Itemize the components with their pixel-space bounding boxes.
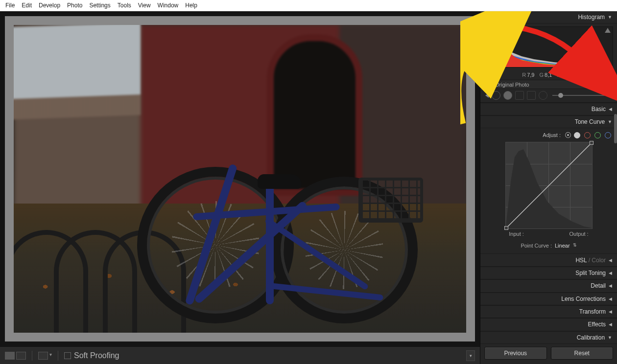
right-panel: Histogram ▼ R7,9 G8,1 B1,9 % Original Ph… (480, 11, 617, 364)
readout-b-label: B (557, 72, 560, 78)
photo-windows (14, 25, 141, 120)
point-curve-label: Point Curve : (521, 243, 552, 249)
panel-effects-title: Effects (588, 321, 606, 328)
curve-point-highlight[interactable] (590, 141, 593, 145)
menu-photo[interactable]: Photo (64, 2, 86, 9)
chevron-left-icon: ◀ (609, 309, 612, 314)
panel-lens-title: Lens Corrections (561, 296, 606, 302)
menu-window[interactable]: Window (154, 2, 182, 9)
histogram-readout: R7,9 G8,1 B1,9 % (480, 70, 617, 80)
chevron-down-icon: ▼ (608, 119, 612, 124)
crop-tool-icon[interactable] (492, 91, 500, 100)
panel-hsl-color[interactable]: HSL / Color ◀ (480, 253, 617, 266)
before-after-lr-icon[interactable] (16, 352, 26, 360)
point-curve-value: Linear (555, 243, 570, 249)
channel-blue-icon[interactable] (605, 132, 611, 138)
toolbar-divider (58, 351, 58, 361)
output-label: Output : (570, 231, 589, 237)
panel-tone-curve-title: Tone Curve (575, 118, 605, 125)
updown-icon: ⇅ (573, 243, 577, 249)
view-mode-toggle[interactable] (5, 352, 26, 360)
tool-size-slider[interactable] (552, 95, 612, 96)
histogram-display[interactable] (484, 26, 613, 68)
viewer-toolbar: ▾ Soft Proofing ▾ (0, 346, 480, 364)
panel-basic[interactable]: Basic ◀ (480, 103, 617, 115)
panel-basic-title: Basic (592, 106, 606, 113)
chevron-left-icon: ◀ (609, 322, 612, 327)
scrollbar[interactable] (614, 114, 617, 143)
readout-r-value: 7,9 (527, 72, 534, 78)
photo-mat (5, 16, 475, 341)
spot-tool-icon[interactable] (503, 91, 512, 100)
panel-hsl-sep: / (587, 257, 592, 264)
channel-red-icon[interactable] (584, 132, 591, 138)
panel-detail-title: Detail (591, 282, 606, 289)
toolbar-divider (32, 351, 32, 361)
side-button-row: Previous Reset (480, 344, 617, 364)
main-menubar: File Edit Develop Photo Settings Tools V… (0, 0, 617, 11)
before-after-split-icon[interactable] (38, 352, 48, 360)
loupe-view-icon[interactable] (5, 352, 15, 360)
readout-g-label: G (539, 72, 544, 78)
menu-edit[interactable]: Edit (18, 2, 35, 9)
panel-calibration[interactable]: Calibration ▼ (480, 331, 617, 344)
channel-rgb-icon[interactable] (574, 132, 580, 138)
curve-io-labels: Input : Output : (486, 231, 611, 237)
point-curve-select[interactable]: Point Curve : Linear ⇅ (486, 243, 611, 249)
square-icon (485, 82, 491, 88)
svg-line-0 (506, 142, 592, 228)
panel-histogram-title: Histogram (578, 14, 605, 21)
menu-help[interactable]: Help (182, 2, 201, 9)
original-photo-toggle[interactable]: Original Photo (480, 80, 617, 89)
chevron-left-icon: ◀ (609, 296, 612, 301)
chevron-down-icon[interactable]: ▾ (49, 352, 52, 360)
panel-transform-title: Transform (579, 308, 606, 315)
gradient-tool-icon[interactable] (527, 91, 536, 100)
viewer-area: ▾ Soft Proofing ▾ (0, 11, 480, 364)
menu-view[interactable]: View (135, 2, 154, 9)
readout-b-value: 1,9 (562, 72, 569, 78)
toolbar-dropdown[interactable]: ▾ (466, 350, 475, 361)
chevron-left-icon: ◀ (609, 283, 612, 288)
reset-button[interactable]: Reset (551, 347, 614, 360)
shadow-clip-icon[interactable] (487, 28, 493, 33)
menu-settings[interactable]: Settings (86, 2, 114, 9)
triangle-left-icon[interactable] (485, 93, 489, 98)
histogram-chart (485, 27, 613, 67)
previous-button[interactable]: Previous (484, 347, 547, 360)
panel-detail[interactable]: Detail ◀ (480, 279, 617, 292)
panel-hsl-title: HSL (575, 257, 587, 264)
curve-point-shadow[interactable] (504, 226, 508, 230)
panel-lens-corrections[interactable]: Lens Corrections ◀ (480, 293, 617, 305)
redeye-tool-icon[interactable] (515, 91, 524, 100)
panel-calibration-title: Calibration (577, 334, 605, 341)
app-frame: ▾ Soft Proofing ▾ Histogram ▼ (0, 11, 617, 364)
panel-histogram[interactable]: Histogram ▼ (480, 11, 617, 23)
channel-green-icon[interactable] (594, 132, 601, 138)
radial-tool-icon[interactable] (539, 91, 547, 100)
checkbox-icon[interactable] (64, 352, 71, 359)
target-adjust-icon[interactable]: ⦿ (565, 131, 570, 139)
panel-split-toning-title: Split Toning (575, 270, 606, 276)
panel-effects[interactable]: Effects ◀ (480, 318, 617, 331)
panel-tone-curve[interactable]: Tone Curve ▼ (480, 115, 617, 128)
highlight-clip-icon[interactable] (605, 28, 611, 33)
soft-proofing-toggle[interactable]: Soft Proofing (64, 351, 119, 360)
panel-transform[interactable]: Transform ◀ (480, 305, 617, 318)
menu-develop[interactable]: Develop (35, 2, 64, 9)
panel-split-toning[interactable]: Split Toning ◀ (480, 267, 617, 279)
chevron-left-icon: ◀ (609, 107, 612, 112)
photo-bicycle (131, 84, 412, 324)
local-tools-row (480, 89, 617, 103)
photo-preview[interactable] (14, 25, 466, 333)
adjust-label: Adjust : (543, 132, 561, 138)
chevron-down-icon: ▾ (470, 353, 472, 358)
menu-tools[interactable]: Tools (114, 2, 135, 9)
panel-color-title: Color (592, 257, 606, 264)
soft-proofing-label: Soft Proofing (74, 351, 119, 360)
tone-curve-editor[interactable] (505, 142, 593, 229)
chevron-left-icon: ◀ (609, 258, 612, 263)
curve-diagonal (506, 142, 592, 228)
before-after-mode[interactable]: ▾ (38, 352, 52, 360)
menu-file[interactable]: File (2, 2, 18, 9)
